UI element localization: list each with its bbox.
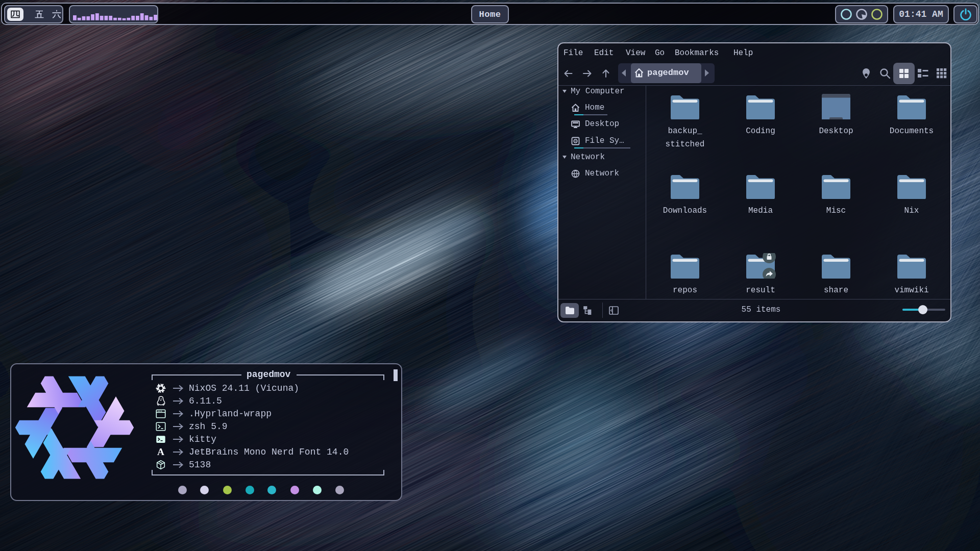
svg-text:A: A xyxy=(157,446,164,457)
